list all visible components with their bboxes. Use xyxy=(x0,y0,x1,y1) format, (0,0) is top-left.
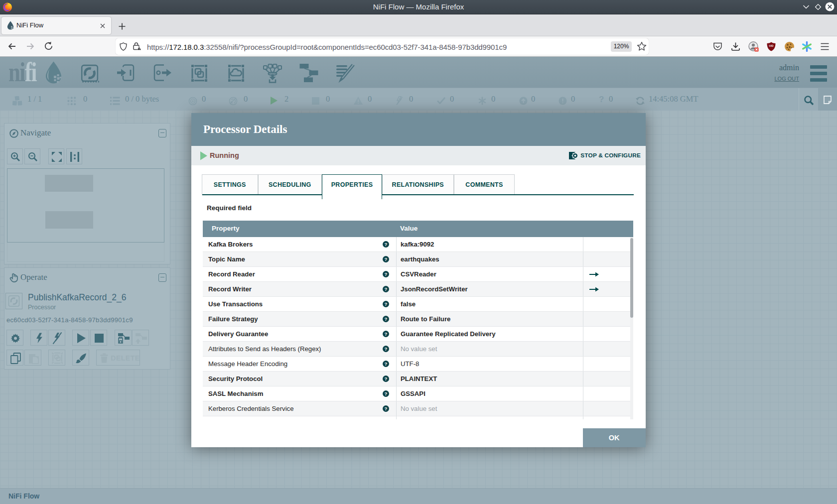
svg-text:UO: UO xyxy=(769,44,774,47)
